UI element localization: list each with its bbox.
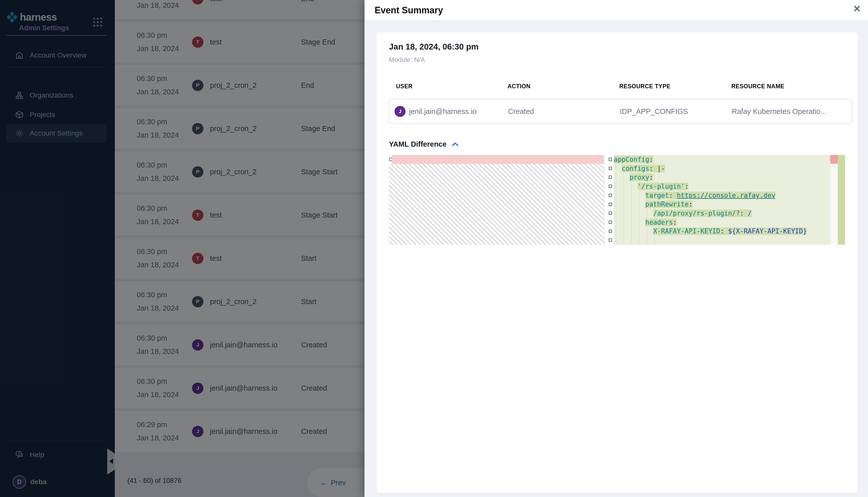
diff-left-pane[interactable] [389, 155, 604, 245]
code-indent [614, 218, 645, 226]
close-icon[interactable]: ✕ [853, 4, 861, 14]
diff-code-line: headers: [614, 218, 830, 227]
diff-code-line: configs: |- [614, 164, 830, 173]
diff-code-line: proxy: [614, 173, 830, 182]
code-token: : [720, 227, 728, 235]
event-table-header: USER ACTION RESOURCE TYPE RESOURCE NAME [389, 83, 852, 90]
code-token: '/rs-plugin' [637, 183, 685, 190]
code-indent [614, 191, 645, 199]
code-added-chunk: appConfig: [614, 156, 653, 163]
drawer-body: Jan 18, 2024, 06:30 pm Module: N/A USER … [364, 20, 868, 497]
event-summary-card: Jan 18, 2024, 06:30 pm Module: N/A USER … [376, 32, 858, 493]
code-token: |- [657, 165, 665, 172]
diff-revert-marker[interactable] [609, 158, 612, 161]
code-added-chunk: pathRewrite: [645, 200, 692, 208]
drawer-title: Event Summary [375, 5, 443, 16]
diff-removed-line [392, 155, 604, 164]
code-indent [614, 227, 653, 235]
code-indent [614, 183, 637, 190]
code-token: : [689, 200, 692, 208]
diff-code-line: appConfig: [614, 155, 830, 164]
chevron-up-icon [451, 141, 459, 147]
code-token: : [740, 210, 748, 217]
app-root: harness Admin Settings Account Overview … [0, 0, 868, 497]
code-added-chunk: '/rs-plugin': [637, 183, 689, 190]
diff-overview-added-strip [838, 155, 845, 245]
code-token: : [649, 173, 653, 181]
code-token: /api/proxy/rs-plugin/? [653, 210, 740, 217]
event-resource-type: IDP_APP_CONFIGS [613, 108, 725, 116]
code-token: appConfig [614, 156, 649, 163]
diff-revert-marker[interactable] [609, 203, 612, 206]
diff-code-line: pathRewrite: [614, 200, 830, 209]
diff-revert-marker[interactable] [609, 175, 612, 179]
event-user: jenil.jain@harness.io [409, 108, 477, 116]
diff-revert-marker[interactable] [609, 167, 612, 170]
code-added-chunk: X-RAFAY-API-KEYID: ${X-RAFAY-API-KEYID} [653, 227, 807, 235]
diff-revert-marker[interactable] [609, 185, 612, 188]
code-added-chunk: /api/proxy/rs-plugin/?: / [653, 210, 752, 217]
diff-overview-removed-marker [830, 155, 838, 164]
code-token: X-RAFAY-API-KEYID [653, 227, 720, 235]
column-header-resource-name: RESOURCE NAME [724, 83, 850, 90]
code-token: : [649, 156, 653, 163]
event-user-cell: J jenil.jain@harness.io [389, 106, 501, 117]
diff-revert-marker[interactable] [609, 212, 612, 215]
diff-code-line: '/rs-plugin': [614, 182, 830, 191]
code-token: / [748, 210, 752, 217]
yaml-difference-toggle[interactable]: YAML Difference [389, 140, 852, 148]
diff-revert-marker[interactable] [609, 230, 612, 233]
code-added-chunk: configs: |- [622, 165, 665, 172]
code-added-chunk: target: https://console.rafay.dev [645, 191, 775, 199]
diff-empty-filler [389, 164, 604, 245]
code-token: configs [622, 165, 649, 172]
code-token: pathRewrite [645, 200, 689, 208]
event-action: Created [501, 108, 613, 116]
diff-code-line: target: https://console.rafay.dev [614, 191, 830, 200]
diff-right-pane[interactable]: appConfig: configs: |- proxy: '/rs-plugi… [605, 155, 845, 245]
diff-gutter [605, 155, 614, 245]
code-added-chunk: proxy: [630, 173, 653, 181]
diff-revert-marker[interactable] [609, 221, 612, 224]
event-timestamp: Jan 18, 2024, 06:30 pm [389, 42, 852, 52]
code-token: : [669, 191, 677, 199]
column-header-user: USER [389, 83, 500, 90]
code-token: ${X-RAFAY-API-KEYID} [728, 227, 807, 235]
diff-scrollbar[interactable] [830, 155, 838, 245]
code-token: target [645, 191, 669, 199]
diff-code-line [614, 236, 830, 245]
avatar: J [395, 106, 405, 117]
code-token[interactable]: https://console.rafay.dev [677, 191, 775, 199]
yaml-diff-viewer: appConfig: configs: |- proxy: '/rs-plugi… [389, 155, 845, 245]
diff-code-area[interactable]: appConfig: configs: |- proxy: '/rs-plugi… [614, 155, 830, 245]
modal-overlay[interactable] [0, 0, 364, 497]
diff-revert-marker[interactable] [609, 194, 612, 197]
code-token: : [685, 183, 689, 190]
column-header-resource-type: RESOURCE TYPE [612, 83, 724, 90]
code-token: proxy [630, 173, 649, 181]
code-indent [614, 173, 630, 181]
event-summary-drawer: Event Summary ✕ Jan 18, 2024, 06:30 pm M… [364, 0, 868, 497]
code-indent [614, 200, 645, 208]
event-table-row: J jenil.jain@harness.io Created IDP_APP_… [389, 99, 852, 124]
code-token: : [673, 218, 677, 226]
diff-code-line: X-RAFAY-API-KEYID: ${X-RAFAY-API-KEYID} [614, 227, 830, 236]
code-indent [614, 165, 622, 172]
column-header-action: ACTION [500, 83, 612, 90]
code-token: : [649, 165, 657, 172]
diff-code-line: /api/proxy/rs-plugin/?: / [614, 209, 830, 218]
diff-revert-marker[interactable] [609, 239, 612, 242]
event-module: Module: N/A [389, 56, 852, 63]
code-token: headers [645, 218, 673, 226]
code-indent [614, 210, 653, 217]
event-resource-name: Rafay Kubernetes Operatio... [725, 108, 851, 116]
code-added-chunk: headers: [645, 218, 677, 226]
drawer-header: Event Summary ✕ [364, 0, 868, 21]
